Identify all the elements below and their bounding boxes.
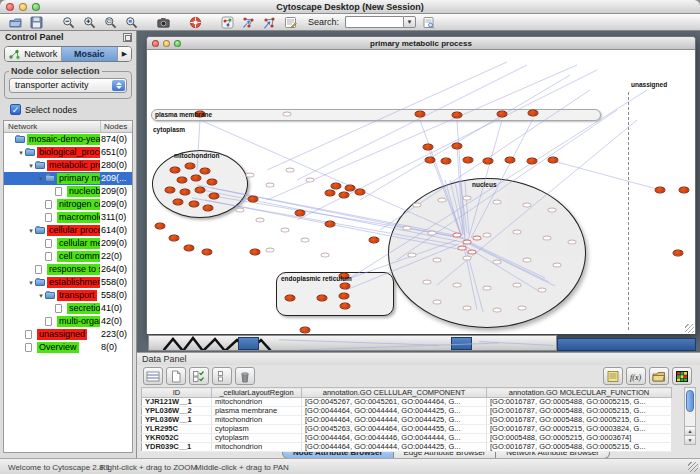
column-checklist-icon[interactable] (189, 367, 209, 385)
network-node[interactable] (527, 158, 538, 165)
network-node-small[interactable] (493, 260, 502, 265)
expand-triangle-icon[interactable]: ▾ (17, 149, 25, 157)
network-node[interactable] (369, 237, 380, 244)
network-node-small[interactable] (513, 230, 522, 235)
tree-row[interactable]: macromolecule311(0) (4, 211, 132, 224)
network-node[interactable] (180, 189, 191, 196)
matrix-icon[interactable] (672, 367, 692, 385)
network-node-small[interactable] (286, 168, 295, 173)
network-minimize-button[interactable] (163, 40, 170, 47)
network-node-small[interactable] (463, 196, 472, 201)
table-row[interactable]: YPL036W__2plasma membrane[GO:0044464, GO… (142, 407, 672, 416)
network-node[interactable] (169, 235, 180, 242)
tree-row[interactable]: unassigned223(0) (4, 328, 132, 341)
search-dropdown-arrow[interactable]: ▼ (403, 16, 416, 28)
tree-row[interactable]: mosaic-demo-yeast874(0) (4, 133, 132, 146)
network-close-button[interactable] (152, 40, 159, 47)
network-node[interactable] (339, 293, 350, 300)
network-node[interactable] (173, 199, 184, 206)
network-node[interactable] (185, 163, 196, 170)
network-node[interactable] (170, 167, 181, 174)
network-node[interactable] (340, 283, 351, 290)
network-canvas[interactable]: plasma membrane cytoplasm mitochondrion … (147, 50, 695, 334)
network-node-small[interactable] (548, 208, 557, 213)
network-node-small[interactable] (306, 178, 315, 183)
network-node-outline[interactable] (458, 246, 467, 251)
network-node[interactable] (483, 158, 494, 165)
tree-row[interactable]: multi-organism pro42(0) (4, 315, 132, 328)
network-node-small[interactable] (266, 248, 275, 253)
network-node-small[interactable] (281, 228, 290, 233)
network-node-small[interactable] (523, 203, 532, 208)
import-network-icon[interactable] (239, 15, 257, 30)
network-node[interactable] (425, 157, 436, 164)
tabs-overflow-arrow[interactable]: ▶ (118, 47, 131, 61)
network-node[interactable] (497, 111, 508, 118)
network-node-small[interactable] (266, 183, 275, 188)
network-node[interactable] (655, 187, 666, 194)
help-icon[interactable] (186, 15, 204, 30)
network-node-small[interactable] (438, 198, 447, 203)
network-node-small[interactable] (453, 283, 462, 288)
network-node-small[interactable] (513, 283, 522, 288)
expand-triangle-icon[interactable]: ▾ (37, 292, 45, 300)
table-column-header[interactable]: _cellularLayoutRegion (212, 388, 302, 398)
network-node-outline[interactable] (473, 236, 482, 241)
zoom-fit-icon[interactable] (122, 15, 140, 30)
network-node-small[interactable] (553, 263, 562, 268)
network-node[interactable] (200, 168, 211, 175)
table-column-header[interactable]: annotation.GO MOLECULAR_FUNCTION (487, 388, 672, 398)
network-node[interactable] (325, 221, 336, 228)
network-node-small[interactable] (236, 208, 245, 213)
network-node[interactable] (423, 144, 434, 151)
network-node-small[interactable] (246, 173, 255, 178)
network-node[interactable] (207, 179, 218, 186)
network-node[interactable] (679, 187, 690, 194)
close-button[interactable] (6, 3, 14, 11)
float-panel-icon[interactable] (123, 33, 132, 42)
table-row[interactable]: YDR039C__1mitochondrion[GO:0044464, GO:0… (142, 443, 672, 452)
snapshot-icon[interactable] (154, 15, 172, 30)
table-column-header[interactable]: annotation.GO CELLULAR_COMPONENT (302, 388, 487, 398)
tree-row[interactable]: ▾biological_process651(0) (4, 146, 132, 159)
network-node-small[interactable] (321, 253, 330, 258)
scroll-up-icon[interactable]: ▲ (685, 426, 695, 435)
network-node[interactable] (441, 158, 452, 165)
expand-triangle-icon[interactable]: ▾ (27, 227, 35, 235)
tab-mosaic[interactable]: Mosaic (62, 47, 119, 61)
network-node[interactable] (300, 327, 311, 334)
network-node-small[interactable] (523, 258, 532, 263)
new-column-icon[interactable] (166, 367, 186, 385)
search-input[interactable] (345, 16, 403, 28)
network-node[interactable] (339, 192, 350, 199)
network-node-outline[interactable] (453, 233, 462, 238)
network-node[interactable] (355, 189, 366, 196)
tree-row[interactable]: ▾cellular process614(0) (4, 224, 132, 237)
network-node-small[interactable] (568, 240, 577, 245)
tree-row[interactable]: ▾transport558(0) (4, 289, 132, 302)
table-row[interactable]: YLR295Ccytoplasm[GO:0045263, GO:0044464,… (142, 425, 672, 434)
network-node-outline[interactable] (468, 250, 477, 255)
network-node[interactable] (195, 187, 206, 194)
annotation-icon[interactable] (281, 15, 299, 30)
network-node-small[interactable] (463, 306, 472, 311)
network-node-outline[interactable] (463, 240, 472, 245)
import-attributes-icon[interactable] (260, 15, 278, 30)
table-row[interactable]: YJR121W__1mitochondrion[GO:0045267, GO:0… (142, 398, 672, 407)
network-node-small[interactable] (413, 203, 422, 208)
network-node[interactable] (165, 187, 176, 194)
save-icon[interactable] (27, 15, 45, 30)
table-row[interactable]: YPL036W__1mitochondrion[GO:0044464, GO:0… (142, 416, 672, 425)
zoom-out-icon[interactable] (59, 15, 77, 30)
network-node[interactable] (248, 196, 259, 203)
zoom-button[interactable] (32, 3, 40, 11)
tree-row[interactable]: response to stimulu264(0) (4, 263, 132, 276)
select-columns-icon[interactable] (143, 367, 163, 385)
network-node[interactable] (285, 295, 296, 302)
network-window-resize-grip[interactable] (685, 324, 694, 333)
network-node[interactable] (155, 223, 166, 230)
network-node[interactable] (325, 190, 336, 197)
network-node-small[interactable] (463, 256, 472, 261)
network-node-small[interactable] (543, 236, 552, 241)
tree-row[interactable]: ▾metabolic process280(0) (4, 159, 132, 172)
